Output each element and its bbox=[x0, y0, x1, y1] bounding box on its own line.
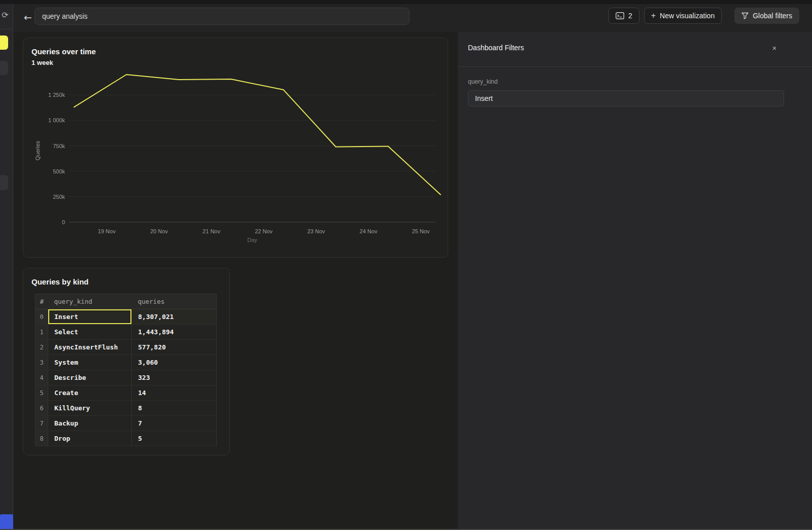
x-tick-label: 21 Nov bbox=[202, 228, 220, 234]
new-visualization-label: New visualization bbox=[660, 12, 715, 20]
x-axis-title: Day bbox=[247, 237, 257, 243]
y-tick-label: 750k bbox=[53, 143, 65, 149]
table-row: 3System3,060 bbox=[36, 355, 217, 370]
console-count-button[interactable]: 2 bbox=[608, 8, 639, 24]
row-index: 4 bbox=[36, 370, 48, 385]
cell-queries[interactable]: 5 bbox=[132, 431, 217, 446]
x-tick-label: 23 Nov bbox=[307, 228, 325, 234]
cell-queries[interactable]: 14 bbox=[132, 385, 217, 401]
row-index: 3 bbox=[36, 355, 48, 370]
left-sidebar: ⟳ bbox=[0, 4, 13, 530]
dashboard-canvas: Queries over time 1 week 0250k500k750k1 … bbox=[14, 32, 458, 530]
column-header[interactable]: queries bbox=[132, 294, 217, 309]
sidebar-item[interactable] bbox=[0, 175, 8, 190]
chart-subtitle: 1 week bbox=[31, 59, 53, 66]
chart-card: Queries over time 1 week 0250k500k750k1 … bbox=[23, 38, 448, 258]
table-row: 4Describe323 bbox=[36, 370, 217, 385]
y-tick-label: 500k bbox=[53, 168, 65, 174]
window-top-edge bbox=[0, 0, 812, 4]
row-index: 6 bbox=[36, 401, 48, 416]
sidebar-divider bbox=[0, 29, 13, 29]
row-index: 8 bbox=[36, 431, 48, 446]
sidebar-item[interactable] bbox=[0, 61, 8, 75]
x-tick-label: 25 Nov bbox=[412, 228, 430, 234]
row-index: 5 bbox=[36, 385, 48, 401]
y-tick-label: 0 bbox=[62, 219, 65, 225]
table-row: 2AsyncInsertFlush577,820 bbox=[36, 340, 217, 355]
app-window: ⟳ ← 2 + New visualization bbox=[0, 0, 812, 530]
cell-queries[interactable]: 577,820 bbox=[132, 340, 217, 355]
table-row: 5Create14 bbox=[36, 385, 217, 401]
x-tick-label: 22 Nov bbox=[255, 228, 273, 234]
cell-query-kind[interactable]: Select bbox=[48, 325, 132, 340]
top-bar-actions: 2 + New visualization Global filters bbox=[608, 8, 799, 24]
cell-query-kind[interactable]: Create bbox=[48, 385, 132, 401]
column-header[interactable]: # bbox=[36, 294, 48, 309]
x-tick-label: 19 Nov bbox=[98, 228, 116, 234]
plus-icon: + bbox=[651, 12, 656, 20]
global-filters-label: Global filters bbox=[753, 12, 792, 20]
row-index: 1 bbox=[36, 325, 48, 340]
y-tick-label: 1 000k bbox=[48, 117, 65, 123]
y-axis-title: Queries bbox=[35, 140, 41, 160]
top-bar: ← 2 + New visualization Global filters bbox=[13, 4, 812, 32]
cell-query-kind[interactable]: AsyncInsertFlush bbox=[48, 340, 132, 355]
y-tick-label: 1 250k bbox=[48, 92, 65, 98]
sidebar-item-active[interactable] bbox=[0, 36, 8, 50]
global-filters-button[interactable]: Global filters bbox=[734, 8, 799, 24]
row-index: 0 bbox=[36, 309, 48, 325]
table-row: 0Insert8,307,021 bbox=[36, 309, 217, 325]
row-index: 7 bbox=[36, 416, 48, 431]
console-count: 2 bbox=[628, 12, 632, 20]
cell-query-kind[interactable]: Describe bbox=[48, 370, 132, 385]
series-line-queries bbox=[74, 75, 441, 195]
cell-query-kind[interactable]: Backup bbox=[48, 416, 132, 431]
table-row: 8Drop5 bbox=[36, 431, 217, 446]
cell-query-kind[interactable]: System bbox=[48, 355, 132, 370]
filters-panel-title: Dashboard Filters bbox=[468, 44, 524, 52]
filter-field-label: query_kind bbox=[468, 78, 498, 85]
chart-title: Queries over time bbox=[31, 47, 96, 56]
refresh-icon[interactable]: ⟳ bbox=[0, 10, 12, 20]
queries-by-kind-table: #query_kindqueries 0Insert8,307,0211Sele… bbox=[35, 294, 217, 446]
queries-line-chart[interactable]: 0250k500k750k1 000k1 250k19 Nov20 Nov21 … bbox=[23, 38, 449, 258]
table-card: Queries by kind #query_kindqueries 0Inse… bbox=[23, 268, 230, 455]
x-tick-label: 20 Nov bbox=[150, 228, 168, 234]
cell-queries[interactable]: 8 bbox=[132, 401, 217, 416]
cell-queries[interactable]: 7 bbox=[132, 416, 217, 431]
row-index: 2 bbox=[36, 340, 48, 355]
table-row: 1Select1,443,894 bbox=[36, 325, 217, 340]
y-tick-label: 250k bbox=[53, 194, 65, 200]
x-tick-label: 24 Nov bbox=[360, 228, 378, 234]
table-row: 6KillQuery8 bbox=[36, 401, 217, 416]
dashboard-title-input[interactable] bbox=[35, 8, 410, 25]
cell-queries[interactable]: 8,307,021 bbox=[132, 309, 217, 325]
cell-queries[interactable]: 3,060 bbox=[132, 355, 217, 370]
terminal-icon bbox=[616, 12, 624, 19]
cell-queries[interactable]: 1,443,894 bbox=[132, 325, 217, 340]
table-row: 7Backup7 bbox=[36, 416, 217, 431]
table-title: Queries by kind bbox=[31, 277, 89, 286]
query-kind-filter-input[interactable] bbox=[468, 90, 784, 107]
panel-divider bbox=[458, 66, 812, 67]
new-visualization-button[interactable]: + New visualization bbox=[644, 8, 722, 24]
cell-queries[interactable]: 323 bbox=[132, 370, 217, 385]
cell-query-kind[interactable]: Insert bbox=[48, 309, 132, 325]
funnel-icon bbox=[741, 12, 749, 19]
cell-query-kind[interactable]: Drop bbox=[48, 431, 132, 446]
column-header[interactable]: query_kind bbox=[48, 294, 132, 309]
profile-avatar[interactable] bbox=[0, 514, 13, 530]
back-button[interactable]: ← bbox=[20, 9, 36, 26]
cell-query-kind[interactable]: KillQuery bbox=[48, 401, 132, 416]
close-icon[interactable]: × bbox=[768, 42, 781, 54]
dashboard-filters-panel: Dashboard Filters × query_kind bbox=[458, 32, 812, 530]
